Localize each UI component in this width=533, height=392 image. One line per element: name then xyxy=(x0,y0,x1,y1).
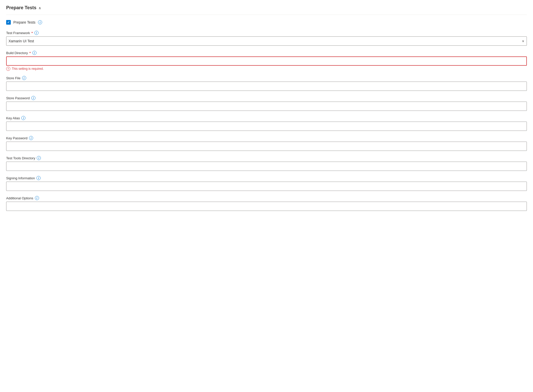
error-text: This setting is required. xyxy=(12,67,44,71)
build-directory-label: Build Directory * i xyxy=(6,51,527,55)
test-tools-directory-label-text: Test Tools Directory xyxy=(6,156,35,160)
test-framework-info-icon[interactable]: i xyxy=(34,31,39,35)
store-password-field-group: Store Password i xyxy=(6,96,527,111)
key-alias-label-text: Key Alias xyxy=(6,116,20,120)
key-password-field-group: Key Password i xyxy=(6,136,527,151)
signing-information-field-group: Signing Information i xyxy=(6,176,527,191)
signing-information-info-icon[interactable]: i xyxy=(36,176,41,180)
build-directory-field-group: Build Directory * i ! This setting is re… xyxy=(6,51,527,71)
additional-options-label: Additional Options i xyxy=(6,196,527,200)
error-icon: ! xyxy=(6,67,10,71)
store-file-info-icon[interactable]: i xyxy=(22,76,26,80)
key-alias-label: Key Alias i xyxy=(6,116,527,120)
test-framework-field-group: Test Framework * i Xamarin UI Test Appiu… xyxy=(6,31,527,46)
build-directory-label-text: Build Directory xyxy=(6,51,28,55)
test-tools-directory-label: Test Tools Directory i xyxy=(6,156,527,160)
store-file-label: Store File i xyxy=(6,76,527,80)
store-password-label-text: Store Password xyxy=(6,96,30,100)
key-password-label: Key Password i xyxy=(6,136,527,140)
build-directory-input[interactable] xyxy=(6,56,527,66)
additional-options-info-icon[interactable]: i xyxy=(35,196,39,200)
build-directory-error-message: ! This setting is required. xyxy=(6,67,527,71)
prepare-tests-info-icon[interactable]: i xyxy=(38,20,42,24)
store-file-label-text: Store File xyxy=(6,76,21,80)
signing-information-label-text: Signing Information xyxy=(6,176,35,180)
store-password-label: Store Password i xyxy=(6,96,527,100)
test-tools-directory-input[interactable] xyxy=(6,162,527,171)
section-title: Prepare Tests xyxy=(6,5,36,11)
store-password-input[interactable] xyxy=(6,102,527,111)
key-password-label-text: Key Password xyxy=(6,136,27,140)
test-framework-label-text: Test Framework xyxy=(6,31,30,35)
prepare-tests-checkbox-row: ✓ Prepare Tests i xyxy=(6,20,527,25)
key-alias-input[interactable] xyxy=(6,122,527,131)
additional-options-label-text: Additional Options xyxy=(6,196,33,200)
key-password-input[interactable] xyxy=(6,142,527,151)
checkbox-label: Prepare Tests xyxy=(13,20,35,24)
test-tools-directory-info-icon[interactable]: i xyxy=(37,156,41,160)
prepare-tests-checkbox[interactable]: ✓ xyxy=(6,20,11,25)
signing-information-input[interactable] xyxy=(6,182,527,191)
additional-options-input[interactable] xyxy=(6,202,527,211)
store-password-info-icon[interactable]: i xyxy=(31,96,35,100)
test-framework-select-wrapper: Xamarin UI Test Appium Espresso XCUITest… xyxy=(6,36,527,46)
test-framework-select[interactable]: Xamarin UI Test Appium Espresso XCUITest xyxy=(6,36,527,46)
test-tools-directory-field-group: Test Tools Directory i xyxy=(6,156,527,171)
signing-information-label: Signing Information i xyxy=(6,176,527,180)
store-file-field-group: Store File i xyxy=(6,76,527,91)
key-password-info-icon[interactable]: i xyxy=(29,136,33,140)
build-directory-required-star: * xyxy=(30,51,31,55)
store-file-input[interactable] xyxy=(6,82,527,91)
checkbox-checkmark: ✓ xyxy=(7,21,10,24)
test-framework-required-star: * xyxy=(31,31,33,35)
key-alias-field-group: Key Alias i xyxy=(6,116,527,131)
test-framework-label: Test Framework * i xyxy=(6,31,527,35)
build-directory-info-icon[interactable]: i xyxy=(32,51,36,55)
key-alias-info-icon[interactable]: i xyxy=(21,116,25,120)
chevron-up-icon[interactable]: ∧ xyxy=(39,6,41,10)
section-header: Prepare Tests ∧ xyxy=(6,5,527,15)
additional-options-field-group: Additional Options i xyxy=(6,196,527,211)
